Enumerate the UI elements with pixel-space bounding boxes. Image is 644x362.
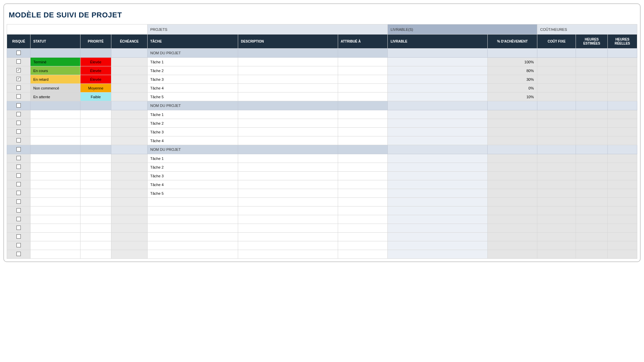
cout-cell[interactable] bbox=[537, 163, 576, 172]
heures-reelles-cell[interactable] bbox=[607, 180, 637, 189]
tache-cell[interactable]: Tâche 2 bbox=[148, 66, 238, 75]
checkbox-icon[interactable] bbox=[16, 129, 21, 134]
checkbox-icon[interactable] bbox=[16, 191, 21, 195]
cout-cell[interactable] bbox=[537, 93, 576, 101]
echeance-cell[interactable] bbox=[111, 93, 147, 101]
heures-est-cell[interactable] bbox=[576, 198, 608, 206]
attribue-cell[interactable] bbox=[338, 180, 388, 189]
tache-cell[interactable]: Tâche 5 bbox=[148, 93, 238, 101]
livrable-cell[interactable] bbox=[388, 110, 487, 119]
statut-cell[interactable]: En attente bbox=[31, 93, 80, 101]
pct-cell[interactable] bbox=[487, 198, 537, 206]
priorite-cell[interactable] bbox=[80, 110, 111, 119]
risk-cell[interactable] bbox=[7, 224, 31, 233]
attribue-cell[interactable] bbox=[338, 206, 388, 215]
pct-cell[interactable] bbox=[487, 233, 537, 241]
checkbox-icon[interactable] bbox=[16, 217, 21, 221]
statut-cell[interactable] bbox=[31, 250, 80, 259]
pct-cell[interactable]: 80% bbox=[487, 66, 537, 75]
tache-cell[interactable]: Tâche 4 bbox=[148, 180, 238, 189]
risk-cell[interactable] bbox=[7, 101, 31, 110]
tache-cell[interactable] bbox=[148, 215, 238, 224]
priorite-cell[interactable] bbox=[80, 250, 111, 259]
priorite-cell[interactable] bbox=[80, 198, 111, 206]
description-cell[interactable] bbox=[238, 75, 338, 84]
description-cell[interactable] bbox=[238, 110, 338, 119]
heures-reelles-cell[interactable] bbox=[607, 233, 637, 241]
pct-cell[interactable] bbox=[487, 119, 537, 128]
echeance-cell[interactable] bbox=[111, 128, 147, 136]
echeance-cell[interactable] bbox=[111, 250, 147, 259]
tache-cell[interactable] bbox=[148, 250, 238, 259]
risk-cell[interactable] bbox=[7, 154, 31, 163]
heures-est-cell[interactable] bbox=[576, 66, 608, 75]
statut-cell[interactable] bbox=[31, 180, 80, 189]
statut-cell[interactable] bbox=[31, 154, 80, 163]
description-cell[interactable] bbox=[238, 128, 338, 136]
attribue-cell[interactable] bbox=[338, 215, 388, 224]
heures-est-cell[interactable] bbox=[576, 172, 608, 180]
pct-cell[interactable] bbox=[487, 128, 537, 136]
pct-cell[interactable] bbox=[487, 206, 537, 215]
livrable-cell[interactable] bbox=[388, 215, 487, 224]
checkbox-icon[interactable] bbox=[16, 121, 21, 125]
pct-cell[interactable]: 10% bbox=[487, 93, 537, 101]
cout-cell[interactable] bbox=[537, 110, 576, 119]
heures-reelles-cell[interactable] bbox=[607, 224, 637, 233]
cout-cell[interactable] bbox=[537, 66, 576, 75]
statut-cell[interactable] bbox=[31, 172, 80, 180]
heures-reelles-cell[interactable] bbox=[607, 75, 637, 84]
priorite-cell[interactable] bbox=[80, 224, 111, 233]
livrable-cell[interactable] bbox=[388, 233, 487, 241]
heures-reelles-cell[interactable] bbox=[607, 206, 637, 215]
livrable-cell[interactable] bbox=[388, 189, 487, 198]
livrable-cell[interactable] bbox=[388, 128, 487, 136]
attribue-cell[interactable] bbox=[338, 84, 388, 93]
statut-cell[interactable] bbox=[31, 206, 80, 215]
risk-cell[interactable] bbox=[7, 49, 31, 58]
cout-cell[interactable] bbox=[537, 128, 576, 136]
heures-est-cell[interactable] bbox=[576, 84, 608, 93]
checkbox-icon[interactable] bbox=[16, 165, 21, 169]
tache-cell[interactable] bbox=[148, 233, 238, 241]
cout-cell[interactable] bbox=[537, 180, 576, 189]
checkbox-icon[interactable] bbox=[16, 103, 21, 108]
risk-cell[interactable] bbox=[7, 250, 31, 259]
checkbox-icon[interactable] bbox=[16, 243, 21, 247]
priorite-cell[interactable]: Faible bbox=[80, 93, 111, 101]
heures-reelles-cell[interactable] bbox=[607, 84, 637, 93]
tache-cell[interactable] bbox=[148, 206, 238, 215]
checkbox-icon[interactable] bbox=[16, 138, 21, 142]
heures-est-cell[interactable] bbox=[576, 75, 608, 84]
tache-cell[interactable]: Tâche 5 bbox=[148, 189, 238, 198]
heures-est-cell[interactable] bbox=[576, 128, 608, 136]
statut-cell[interactable] bbox=[31, 136, 80, 145]
priorite-cell[interactable] bbox=[80, 119, 111, 128]
priorite-cell[interactable] bbox=[80, 128, 111, 136]
livrable-cell[interactable] bbox=[388, 93, 487, 101]
description-cell[interactable] bbox=[238, 206, 338, 215]
checkbox-icon[interactable] bbox=[16, 94, 21, 99]
cout-cell[interactable] bbox=[537, 58, 576, 66]
heures-est-cell[interactable] bbox=[576, 136, 608, 145]
statut-cell[interactable] bbox=[31, 119, 80, 128]
livrable-cell[interactable] bbox=[388, 206, 487, 215]
cout-cell[interactable] bbox=[537, 250, 576, 259]
heures-reelles-cell[interactable] bbox=[607, 66, 637, 75]
echeance-cell[interactable] bbox=[111, 110, 147, 119]
checkbox-icon[interactable] bbox=[16, 252, 21, 256]
echeance-cell[interactable] bbox=[111, 84, 147, 93]
statut-cell[interactable] bbox=[31, 233, 80, 241]
heures-reelles-cell[interactable] bbox=[607, 119, 637, 128]
attribue-cell[interactable] bbox=[338, 198, 388, 206]
checkbox-icon[interactable] bbox=[16, 234, 21, 239]
checkbox-icon[interactable] bbox=[16, 77, 21, 81]
tache-cell[interactable]: Tâche 1 bbox=[148, 58, 238, 66]
risk-cell[interactable] bbox=[7, 84, 31, 93]
echeance-cell[interactable] bbox=[111, 233, 147, 241]
livrable-cell[interactable] bbox=[388, 75, 487, 84]
pct-cell[interactable] bbox=[487, 110, 537, 119]
heures-est-cell[interactable] bbox=[576, 224, 608, 233]
echeance-cell[interactable] bbox=[111, 119, 147, 128]
livrable-cell[interactable] bbox=[388, 66, 487, 75]
